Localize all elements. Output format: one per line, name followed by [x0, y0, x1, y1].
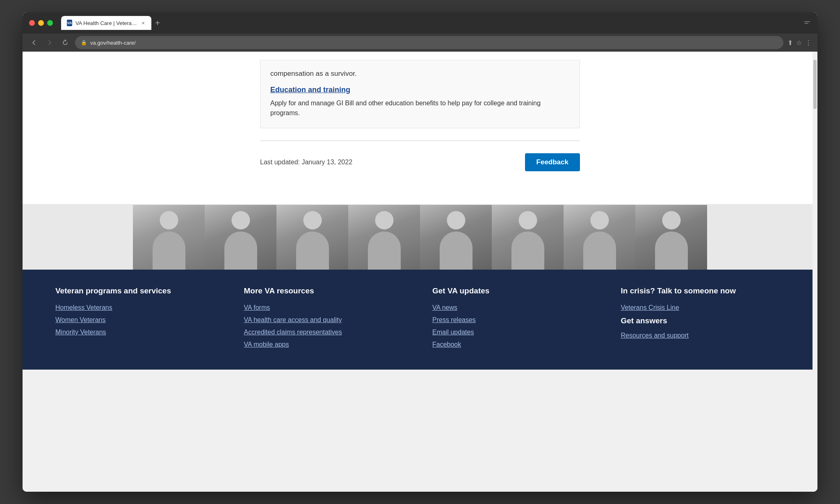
svg-rect-0 [804, 21, 810, 22]
tab-bar: VA VA Health Care | Veterans Affa... ✕ + [61, 16, 164, 30]
veteran-photo-7 [564, 205, 635, 270]
title-bar: VA VA Health Care | Veterans Affa... ✕ + [23, 12, 817, 34]
close-button[interactable] [29, 20, 35, 26]
accredited-claims-link[interactable]: Accredited claims representatives [244, 329, 408, 336]
va-resources-heading: More VA resources [244, 286, 408, 296]
refresh-button[interactable] [59, 37, 71, 48]
active-tab[interactable]: VA VA Health Care | Veterans Affa... ✕ [61, 16, 151, 30]
crisis-heading: In crisis? Talk to someone now [621, 286, 785, 296]
main-content-area: compensation as a survivor. Education an… [244, 52, 596, 204]
email-updates-link[interactable]: Email updates [432, 329, 596, 336]
footer-col-va-resources: More VA resources VA forms VA health car… [244, 286, 408, 354]
window-controls-icon [803, 19, 811, 27]
va-news-link[interactable]: VA news [432, 304, 596, 311]
share-icon[interactable]: ⬆ [788, 39, 793, 47]
last-updated-row: Last updated: January 13, 2022 Feedback [260, 153, 580, 188]
veteran-photo-6 [492, 205, 564, 270]
veteran-photo-2 [205, 205, 276, 270]
footer-col-veteran-programs: Veteran programs and services Homeless V… [55, 286, 219, 354]
main-area: compensation as a survivor. Education an… [23, 52, 817, 204]
section-divider [260, 141, 580, 141]
menu-icon[interactable]: ⋮ [805, 39, 812, 47]
veterans-photo-strip [23, 204, 817, 270]
toolbar-actions: ⬆ ☆ ⋮ [788, 39, 812, 47]
veteran-photo-5 [420, 205, 492, 270]
veteran-photo-8 [635, 205, 707, 270]
veteran-photo-4 [348, 205, 420, 270]
facebook-link[interactable]: Facebook [432, 341, 596, 348]
footer-col-crisis: In crisis? Talk to someone now Veterans … [621, 286, 785, 354]
tab-title: VA Health Care | Veterans Affa... [75, 20, 138, 26]
maximize-button[interactable] [47, 20, 53, 26]
tab-favicon: VA [67, 20, 72, 26]
veteran-photo-1 [133, 205, 205, 270]
address-bar[interactable]: 🔒 va.gov/health-care/ [75, 36, 783, 49]
svg-rect-1 [804, 23, 808, 24]
get-answers-heading: Get answers [621, 316, 785, 325]
survivor-text: compensation as a survivor. [270, 68, 570, 79]
footer-col-va-updates: Get VA updates VA news Press releases Em… [432, 286, 596, 354]
resources-support-link[interactable]: Resources and support [621, 332, 785, 339]
page-content: compensation as a survivor. Education an… [23, 52, 817, 492]
va-updates-heading: Get VA updates [432, 286, 596, 296]
traffic-lights [29, 20, 53, 26]
scrollbar-track [813, 52, 817, 492]
homeless-veterans-link[interactable]: Homeless Veterans [55, 304, 219, 311]
minimize-button[interactable] [38, 20, 44, 26]
women-veterans-link[interactable]: Women Veterans [55, 316, 219, 324]
feedback-button[interactable]: Feedback [525, 153, 580, 171]
scrollbar-thumb[interactable] [813, 60, 817, 109]
content-card: compensation as a survivor. Education an… [260, 60, 580, 128]
veteran-photo-3 [276, 205, 348, 270]
tab-close-icon[interactable]: ✕ [141, 20, 146, 26]
press-releases-link[interactable]: Press releases [432, 316, 596, 324]
browser-toolbar: 🔒 va.gov/health-care/ ⬆ ☆ ⋮ [23, 34, 817, 52]
forward-button[interactable] [44, 37, 55, 48]
new-tab-button[interactable]: + [151, 17, 164, 29]
browser-window: VA VA Health Care | Veterans Affa... ✕ +… [23, 12, 817, 492]
va-health-care-access-link[interactable]: VA health care access and quality [244, 316, 408, 324]
minority-veterans-link[interactable]: Minority Veterans [55, 329, 219, 336]
veterans-crisis-line-link[interactable]: Veterans Crisis Line [621, 304, 785, 311]
url-text: va.gov/health-care/ [90, 40, 136, 46]
back-button[interactable] [28, 37, 40, 48]
va-mobile-apps-link[interactable]: VA mobile apps [244, 341, 408, 348]
education-training-link[interactable]: Education and training [270, 86, 570, 94]
veteran-programs-heading: Veteran programs and services [55, 286, 219, 296]
education-description: Apply for and manage GI Bill and other e… [270, 98, 570, 118]
last-updated-label: Last updated: January 13, 2022 [260, 159, 352, 166]
va-forms-link[interactable]: VA forms [244, 304, 408, 311]
bookmark-icon[interactable]: ☆ [796, 39, 802, 47]
lock-icon: 🔒 [81, 40, 87, 45]
site-footer: Veteran programs and services Homeless V… [23, 270, 817, 370]
